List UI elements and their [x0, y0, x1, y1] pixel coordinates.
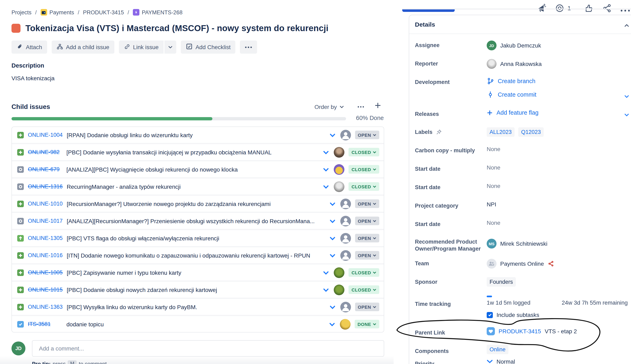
team-share-icon[interactable]	[548, 260, 554, 267]
assignee-avatar[interactable]	[334, 267, 345, 278]
status-dropdown[interactable]: OPEN	[355, 200, 379, 208]
priority-value[interactable]: Normal	[487, 358, 631, 364]
assignee-avatar[interactable]	[340, 302, 351, 312]
expand-chevron-icon[interactable]	[323, 286, 329, 293]
add-child-issue-button[interactable]: Add a child issue	[52, 40, 114, 54]
link-issue-dropdown-button[interactable]	[164, 40, 176, 54]
issue-key-link[interactable]: ONLINE-1316	[28, 184, 63, 190]
issue-key-link[interactable]: ONLINE-1010	[28, 201, 63, 207]
issue-summary[interactable]: [PBC] Dodanie wysyłania transakcji inicj…	[66, 149, 319, 156]
issue-key-link[interactable]: ONLINE-1305	[28, 235, 63, 241]
child-issue-row[interactable]: ONLINE-1015 [PBC] Dodanie obsługi nowych…	[12, 282, 384, 298]
add-child-issue-plus-button[interactable]	[374, 102, 381, 110]
expand-chevron-icon[interactable]	[329, 320, 335, 328]
issue-summary[interactable]: [PBC] Zapisywanie numer i typu tokenu ka…	[67, 269, 319, 276]
issue-summary[interactable]: RecurringManager - analiza typów rekuren…	[67, 183, 319, 190]
issue-key-link[interactable]: ONLINE-1017	[28, 218, 63, 224]
expand-chevron-icon[interactable]	[329, 234, 335, 242]
assignee-avatar[interactable]	[340, 198, 351, 209]
expand-chevron-icon[interactable]	[323, 166, 329, 173]
issue-summary[interactable]: [RPAN] Dodanie obsługi linku do wizerunk…	[67, 132, 326, 138]
assignee-avatar[interactable]	[340, 130, 351, 140]
child-issue-row[interactable]: ONLINE-1010 [RecursionManager?] Utworzen…	[12, 196, 384, 212]
add-feature-flag-action[interactable]: Add feature flag	[487, 109, 631, 116]
status-dropdown[interactable]: OPEN	[355, 234, 379, 242]
label-chip[interactable]: Q12023	[518, 127, 544, 137]
breadcrumb-payments[interactable]: Payments	[40, 9, 74, 16]
issue-summary[interactable]: [ITN] Dodanie nowego komunikatu o zapauz…	[67, 252, 326, 258]
checked-checkbox-icon[interactable]	[487, 312, 493, 318]
attach-button[interactable]: Attach	[12, 40, 47, 54]
team-value[interactable]: Payments Online	[487, 259, 631, 268]
assignee-avatar[interactable]	[334, 164, 345, 175]
expand-chevron-icon[interactable]	[323, 269, 329, 276]
link-issue-button[interactable]: Link issue	[119, 40, 164, 54]
expand-chevron-icon[interactable]	[329, 200, 335, 208]
issue-summary[interactable]: [PBC] Wysyłka linku do wizerunku karty d…	[67, 304, 326, 310]
description-body[interactable]: VISA tokenizacja	[12, 75, 55, 82]
issue-summary[interactable]: [ANALIZA][RecursionManager?] Przeniesien…	[67, 218, 326, 224]
component-chip[interactable]: Online	[487, 345, 508, 354]
status-dropdown[interactable]: CLOSED	[349, 268, 379, 277]
assignee-avatar[interactable]	[334, 147, 345, 158]
carbon-copy-value[interactable]: None	[487, 146, 631, 152]
create-commit-action[interactable]: Create commit	[487, 91, 631, 98]
recommended-po-value[interactable]: MS Mirek Schitniewski	[487, 237, 631, 248]
issue-key-link[interactable]: ONLINE-982	[28, 149, 62, 155]
issue-summary[interactable]: dodanie topicu	[66, 321, 325, 327]
issue-summary[interactable]: [PBC] VTS flaga do obsługi włączenia/wył…	[67, 235, 326, 241]
details-header[interactable]: Details	[409, 15, 631, 34]
child-issue-row[interactable]: ONLINE-982 [PBC] Dodanie wysyłania trans…	[12, 144, 384, 160]
start-date-value[interactable]: None	[487, 182, 631, 189]
child-issues-more-button[interactable]	[357, 104, 364, 108]
expand-chevron-icon[interactable]	[323, 183, 329, 190]
assignee-avatar[interactable]	[340, 216, 351, 226]
child-issue-row[interactable]: ONLINE-1017 [ANALIZA][RecursionManager?]…	[12, 213, 384, 229]
create-branch-action[interactable]: Create branch	[487, 78, 631, 85]
comment-input[interactable]	[39, 345, 377, 352]
expand-chevron-icon[interactable]	[329, 131, 335, 138]
issue-key-link[interactable]: ONLINE-1004	[28, 132, 63, 138]
child-issue-row[interactable]: ONLINE-1305 [PBC] VTS flaga do obsługi w…	[12, 230, 384, 246]
expand-chevron-icon[interactable]	[329, 217, 335, 224]
assignee-avatar[interactable]	[340, 250, 351, 260]
child-issue-row[interactable]: ONLINE-1005 [PBC] Zapisywanie numer i ty…	[12, 264, 384, 280]
releases-expand-chevron-icon[interactable]	[624, 111, 629, 118]
status-dropdown[interactable]: CLOSED	[349, 165, 379, 174]
breadcrumb-projects[interactable]: Projects	[12, 9, 32, 15]
status-dropdown[interactable]: CLOSED	[349, 148, 379, 156]
start-date-value[interactable]: None	[487, 220, 631, 226]
collapse-chevron-up-icon[interactable]	[624, 22, 629, 29]
status-dropdown[interactable]: DONE	[355, 320, 379, 328]
label-chip[interactable]: ALL2023	[487, 127, 515, 137]
child-issue-row[interactable]: ONLINE-1016 [ITN] Dodanie nowego komunik…	[12, 247, 384, 263]
issue-key-link[interactable]: ONLINE-1016	[28, 252, 63, 258]
expand-chevron-icon[interactable]	[329, 303, 335, 310]
issue-summary[interactable]: [PBC] Dodanie obsługi nowych zdarzeń rek…	[67, 286, 319, 293]
more-options-icon[interactable]	[620, 6, 630, 14]
assignee-avatar[interactable]	[334, 284, 345, 295]
status-dropdown[interactable]: CLOSED	[349, 286, 379, 294]
child-issue-row[interactable]: ITS-3581 dodanie topicu DONE	[12, 316, 384, 332]
parent-link-value[interactable]: PRODUKT-3415 VTS - etap 2	[487, 327, 631, 335]
assignee-avatar[interactable]	[340, 319, 351, 330]
child-issue-row[interactable]: ONLINE-1316 RecurringManager - analiza t…	[12, 178, 384, 194]
breadcrumb-payments-issue[interactable]: PAYMENTS-268	[133, 9, 183, 16]
status-dropdown[interactable]: OPEN	[355, 216, 379, 225]
include-subtasks-control[interactable]: Include subtasks	[487, 312, 631, 318]
status-dropdown[interactable]: OPEN	[355, 302, 379, 311]
add-checklist-button[interactable]: Add Checklist	[181, 40, 236, 54]
development-expand-chevron-icon[interactable]	[624, 92, 629, 100]
breadcrumb-produkt[interactable]: PRODUKT-3415	[83, 9, 124, 15]
expand-chevron-icon[interactable]	[329, 252, 335, 259]
sponsor-chip[interactable]: Founders	[487, 277, 516, 286]
child-issue-row[interactable]: ONLINE-679 [ANALIZA][PBC] Wyciągnięcie o…	[12, 161, 384, 177]
status-dropdown[interactable]: OPEN	[355, 251, 379, 260]
assignee-avatar[interactable]	[334, 181, 345, 192]
issue-key-link[interactable]: ONLINE-1005	[28, 270, 63, 276]
issue-key-link[interactable]: ONLINE-1015	[28, 286, 63, 293]
issue-key-link[interactable]: ONLINE-679	[28, 166, 62, 172]
issue-key-link[interactable]: ONLINE-1363	[28, 304, 63, 310]
start-date-value[interactable]: None	[487, 164, 631, 171]
project-category-value[interactable]: NPI	[487, 201, 631, 208]
